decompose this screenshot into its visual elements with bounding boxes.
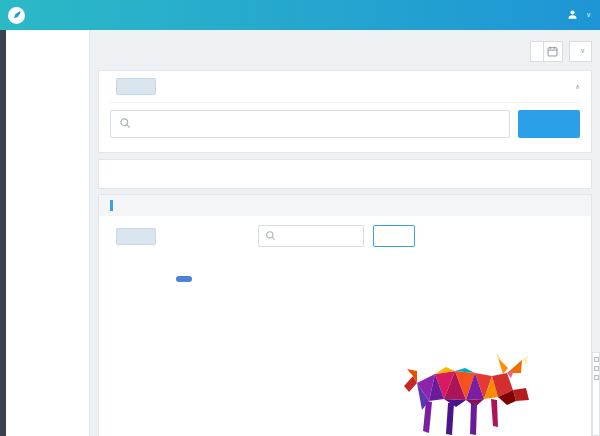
divider	[110, 102, 580, 103]
x-axis-labels	[110, 398, 580, 412]
metrics-row	[99, 248, 591, 267]
section-header	[99, 195, 591, 216]
compare-keyword-input[interactable]	[258, 225, 364, 247]
sidebar-dark-rail	[0, 30, 6, 436]
terminal-filter-select[interactable]: ∨	[569, 41, 592, 62]
collapse-toggle[interactable]: ∧	[572, 83, 580, 91]
legend-line-marker	[176, 276, 192, 282]
header-controls: ∨	[530, 41, 592, 62]
keyword-query-card: ∧	[98, 70, 592, 153]
search-button[interactable]	[518, 110, 580, 138]
app-logo[interactable]	[0, 7, 92, 24]
compare-search-button[interactable]	[373, 225, 415, 247]
chevron-down-icon: ∨	[580, 47, 585, 55]
search-icon	[265, 230, 276, 243]
calendar-icon[interactable]	[543, 42, 562, 61]
keyword-search-row	[110, 110, 580, 138]
logo-pen-icon	[8, 7, 25, 24]
remaining-selectable-note	[580, 256, 582, 266]
trend-card	[98, 194, 592, 436]
section-accent-bar	[110, 200, 113, 211]
line-chart-svg	[110, 286, 580, 398]
main-content: ∨ ∧	[90, 30, 600, 436]
trend-chart	[110, 286, 580, 436]
current-keyword-tag[interactable]	[116, 78, 156, 95]
trend-current-tag[interactable]	[116, 228, 156, 245]
keyword-search-input[interactable]	[110, 110, 510, 138]
compare-group	[254, 225, 415, 247]
app-root: ∨ ∨	[0, 0, 600, 436]
chevron-up-icon: ∧	[575, 83, 580, 91]
search-icon	[119, 115, 131, 133]
sidebar	[0, 30, 90, 436]
trend-filter-row	[99, 216, 591, 248]
tab-bar	[98, 159, 592, 189]
chevron-down-icon: ∨	[586, 11, 591, 19]
page-header: ∨	[98, 36, 592, 66]
chart-legend	[99, 267, 591, 282]
side-widget-partial[interactable]	[592, 352, 600, 436]
user-menu[interactable]: ∨	[567, 9, 600, 22]
top-navbar: ∨	[0, 0, 600, 30]
current-keyword-row: ∧	[110, 78, 580, 95]
date-range-picker[interactable]	[530, 41, 563, 62]
user-icon	[567, 9, 578, 22]
